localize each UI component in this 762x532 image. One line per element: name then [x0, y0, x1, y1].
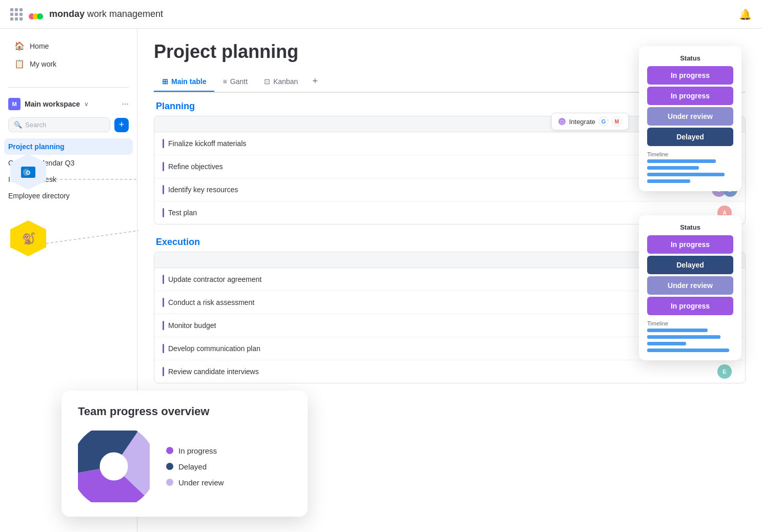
- home-icon: 🏠: [14, 41, 25, 51]
- timeline-bar: [647, 349, 729, 352]
- status-badge: In progress: [647, 87, 733, 105]
- kanban-icon: ⊡: [264, 77, 270, 86]
- svg-text:M: M: [615, 119, 619, 125]
- status-badge: Under review: [647, 107, 733, 126]
- svg-text:O: O: [26, 170, 31, 176]
- status-card-1-title: Status: [647, 54, 733, 62]
- row-indicator: [163, 321, 164, 330]
- mailchimp-icon: 🐒: [19, 229, 37, 248]
- search-placeholder: Search: [25, 121, 46, 129]
- sidebar-divider: [8, 87, 129, 88]
- main-table-icon: ⊞: [162, 77, 168, 86]
- workspace-dots-icon[interactable]: ···: [122, 99, 129, 109]
- outlook-icon: O: [19, 162, 37, 181]
- timeline-bar: [647, 166, 699, 170]
- legend-item-inprogress: In progress: [166, 446, 224, 455]
- monday-logo-icon: [28, 6, 44, 23]
- status-badge: Delayed: [647, 256, 733, 274]
- row-indicator: [163, 162, 164, 171]
- row-indicator: [163, 344, 164, 353]
- timeline-label: Timeline: [647, 151, 733, 157]
- tab-kanban-label: Kanban: [273, 77, 298, 86]
- topbar-right: 🔔: [739, 8, 752, 21]
- integrate-label: Integrate: [569, 118, 595, 126]
- task-cell: Monitor budget: [154, 315, 704, 336]
- status-badge: Under review: [647, 276, 733, 295]
- team-progress-body: In progress Delayed Under review: [78, 431, 291, 502]
- integrate-icon: ⬡: [558, 117, 566, 126]
- timeline-bar: [647, 179, 690, 183]
- legend-label-inprogress: In progress: [178, 446, 217, 455]
- timeline-bar: [647, 335, 720, 339]
- tab-main-table-label: Main table: [171, 77, 206, 86]
- row-indicator: [163, 275, 164, 284]
- task-cell: Conduct a risk assessment: [154, 292, 704, 313]
- timeline-bar: [647, 329, 708, 332]
- task-cell: Refine objectives: [154, 156, 704, 177]
- topbar: monday work management 🔔: [0, 0, 762, 29]
- row-indicator: [163, 298, 164, 307]
- add-board-button[interactable]: +: [114, 118, 129, 132]
- logo-area: monday work management: [10, 6, 163, 23]
- status-card-1: Status In progress In progress Under rev…: [639, 46, 741, 191]
- legend-item-delayed: Delayed: [166, 462, 224, 471]
- legend-item-underreview: Under review: [166, 478, 224, 487]
- task-cell: Test plan: [154, 202, 704, 223]
- sidebar-item-mywork-label: My work: [30, 60, 56, 68]
- sidebar-nav: 🏠 Home 📋 My work: [0, 37, 137, 73]
- svg-text:🐒: 🐒: [22, 232, 36, 245]
- legend-label-underreview: Under review: [178, 478, 224, 487]
- task-cell: Develop communication plan: [154, 338, 704, 359]
- timeline-section-2: Timeline: [647, 320, 733, 352]
- row-indicator: [163, 208, 164, 217]
- owner-cell: E: [704, 360, 745, 383]
- search-box[interactable]: 🔍 Search: [8, 117, 110, 132]
- workspace-avatar: M: [8, 98, 21, 110]
- svg-text:G: G: [601, 118, 606, 125]
- add-tab-button[interactable]: +: [306, 71, 324, 92]
- task-cell: Finalize kickoff materials: [154, 133, 704, 154]
- legend: In progress Delayed Under review: [166, 446, 224, 487]
- sidebar-item-home[interactable]: 🏠 Home: [8, 37, 129, 55]
- legend-dot-underreview: [166, 479, 173, 486]
- tab-kanban[interactable]: ⊡ Kanban: [256, 72, 306, 92]
- gmail-icon: M: [612, 116, 622, 127]
- svg-text:⬡: ⬡: [560, 119, 564, 125]
- row-indicator: [163, 367, 164, 376]
- workspace-chevron-icon[interactable]: ∨: [84, 100, 89, 108]
- timeline-label: Timeline: [647, 320, 733, 326]
- timeline-bar: [647, 159, 716, 163]
- hex-mailchimp: 🐒: [10, 220, 46, 256]
- col-task: [154, 252, 704, 268]
- avatar: E: [717, 364, 732, 379]
- legend-dot-delayed: [166, 463, 173, 470]
- integrate-button[interactable]: ⬡ Integrate G M: [551, 113, 629, 130]
- sidebar-item-mywork[interactable]: 📋 My work: [8, 55, 129, 73]
- hex-outlook: O: [10, 154, 46, 190]
- logo-text: monday work management: [49, 9, 163, 19]
- tab-main-table[interactable]: ⊞ Main table: [154, 72, 214, 92]
- team-progress-card: Team progress overview In progress Delay…: [62, 391, 308, 517]
- grid-icon[interactable]: [10, 8, 23, 21]
- row-indicator: [163, 139, 164, 148]
- status-badge: In progress: [647, 66, 733, 85]
- mailchimp-hexagon: 🐒: [10, 220, 46, 256]
- status-badge: In progress: [647, 297, 733, 315]
- svg-point-2: [37, 13, 43, 19]
- status-badge: Delayed: [647, 128, 733, 146]
- search-icon: 🔍: [14, 121, 22, 129]
- team-progress-title: Team progress overview: [78, 405, 291, 418]
- task-cell: Update contractor agreement: [154, 269, 704, 290]
- bell-icon[interactable]: 🔔: [739, 8, 752, 21]
- tab-gantt-label: Gantt: [230, 77, 248, 86]
- search-row: 🔍 Search +: [0, 117, 137, 132]
- google-icon: G: [598, 116, 609, 127]
- tab-gantt[interactable]: ≡ Gantt: [214, 72, 255, 92]
- legend-dot-inprogress: [166, 447, 173, 454]
- timeline-bar: [647, 173, 725, 176]
- board-item-project-planning[interactable]: Project planning: [4, 138, 133, 155]
- row-indicator: [163, 185, 164, 194]
- sidebar-item-home-label: Home: [30, 42, 49, 50]
- mywork-icon: 📋: [14, 59, 25, 69]
- board-item-employee-directory[interactable]: Employee directory: [4, 188, 133, 204]
